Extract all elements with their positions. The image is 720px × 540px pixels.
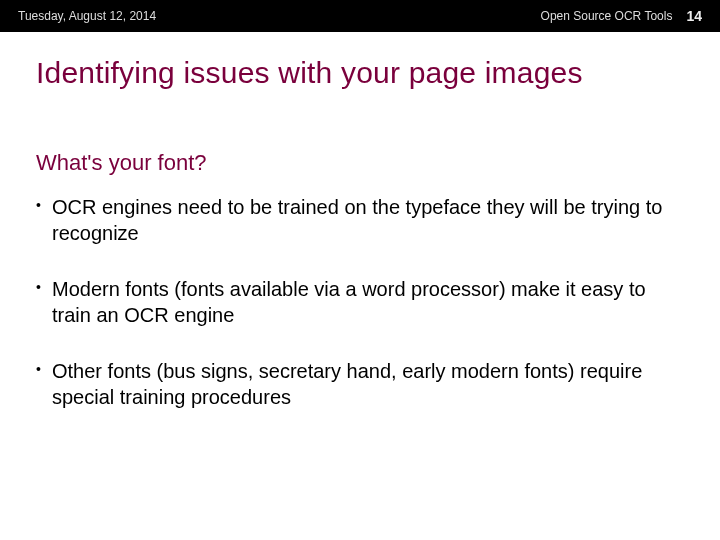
slide-content: Identifying issues with your page images…: [0, 32, 720, 460]
header-date: Tuesday, August 12, 2014: [18, 9, 156, 23]
slide-header: Tuesday, August 12, 2014 Open Source OCR…: [0, 0, 720, 32]
slide-title: Identifying issues with your page images: [36, 56, 684, 90]
bullet-list: OCR engines need to be trained on the ty…: [36, 194, 684, 410]
slide-number: 14: [686, 8, 702, 24]
list-item: OCR engines need to be trained on the ty…: [36, 194, 684, 246]
header-right: Open Source OCR Tools 14: [541, 8, 702, 24]
list-item: Modern fonts (fonts available via a word…: [36, 276, 684, 328]
list-item: Other fonts (bus signs, secretary hand, …: [36, 358, 684, 410]
header-topic: Open Source OCR Tools: [541, 9, 673, 23]
slide-subtitle: What's your font?: [36, 150, 684, 176]
